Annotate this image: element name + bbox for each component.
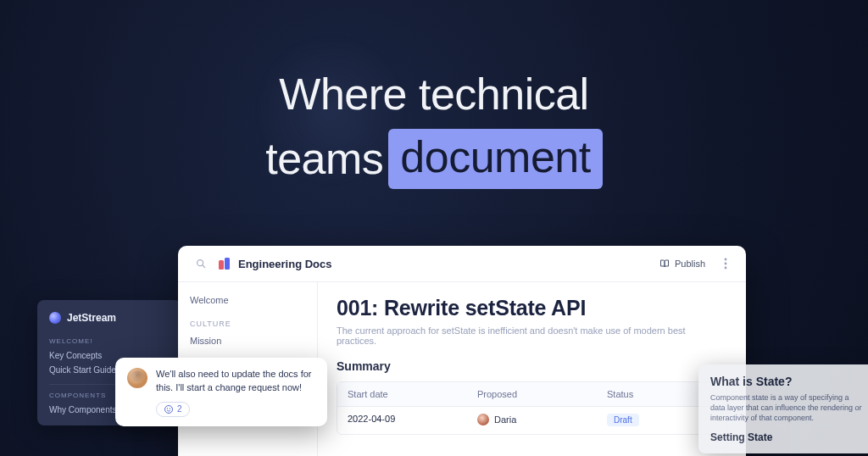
state-explainer-card: What is State? Component state is a way … <box>698 364 868 453</box>
svg-point-7 <box>165 405 173 413</box>
cell-start-date: 2022-04-09 <box>337 407 467 434</box>
publish-label: Publish <box>675 259 705 269</box>
svg-point-8 <box>167 409 168 409</box>
svg-point-9 <box>170 409 170 409</box>
col-start-date: Start date <box>337 382 467 406</box>
proposed-name: Daria <box>494 414 516 425</box>
svg-point-6 <box>725 267 727 270</box>
table-header-row: Start date Proposed Status <box>337 382 726 406</box>
svg-point-5 <box>725 263 727 265</box>
more-menu-icon[interactable] <box>719 256 732 271</box>
page-title: 001: Rewrite setState API <box>337 296 727 320</box>
comment-popover: We'll also need to update the docs for t… <box>115 358 327 426</box>
cell-proposed-person[interactable]: Daria <box>477 414 516 425</box>
jetstream-brand-name: JetStream <box>67 312 116 324</box>
sidebar-item-welcome[interactable]: Welcome <box>190 291 305 309</box>
jetstream-logo-icon <box>49 312 61 324</box>
summary-table: Start date Proposed Status 2022-04-09 Da… <box>337 381 727 435</box>
smile-icon <box>164 404 174 414</box>
comment-text: We'll also need to update the docs for t… <box>156 368 315 395</box>
svg-line-1 <box>203 265 205 268</box>
jetstream-section-welcome: WELCOME! <box>49 337 170 345</box>
status-badge[interactable]: Draft <box>607 414 639 426</box>
table-row: 2022-04-09 Daria Draft <box>337 406 726 434</box>
sidebar-section-culture: CULTURE <box>190 320 305 328</box>
headline: Where technical teams document <box>0 66 868 189</box>
page-subheading: The current approach for setState is ine… <box>337 325 727 346</box>
reaction-count: 2 <box>177 404 182 414</box>
what-is-state-text: Component state is a way of specifying a… <box>710 392 865 423</box>
docs-main: 001: Rewrite setState API The current ap… <box>318 282 746 456</box>
avatar <box>127 368 147 388</box>
svg-rect-2 <box>219 260 224 270</box>
reaction-pill[interactable]: 2 <box>156 402 190 417</box>
headline-line2-prefix: teams <box>265 131 383 188</box>
book-open-icon <box>659 259 670 269</box>
headline-line1: Where technical <box>0 66 868 124</box>
avatar <box>477 414 489 425</box>
sidebar-item-mission[interactable]: Mission <box>190 331 305 350</box>
what-is-state-heading: What is State? <box>710 375 865 388</box>
docs-title: Engineering Docs <box>238 258 332 270</box>
publish-button[interactable]: Publish <box>653 255 712 272</box>
col-proposed: Proposed <box>467 382 597 406</box>
headline-highlight: document <box>388 129 602 190</box>
svg-point-4 <box>725 259 727 261</box>
setting-state-heading: Setting State <box>710 431 865 443</box>
search-icon[interactable] <box>192 254 210 273</box>
summary-heading: Summary <box>337 359 727 373</box>
space-logo-icon <box>219 258 232 270</box>
svg-rect-3 <box>225 258 230 270</box>
